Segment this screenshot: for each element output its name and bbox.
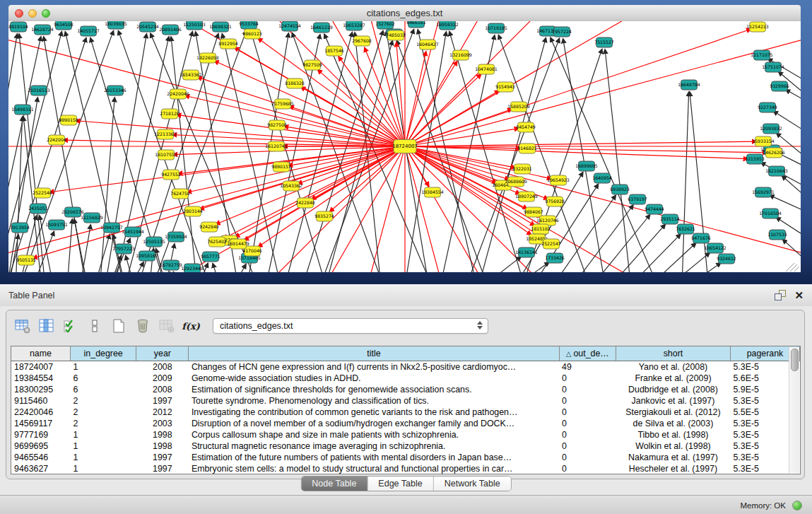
cell-short[interactable]: Nakamura et al. (1997) [616, 452, 730, 463]
cell-name[interactable]: 22420046 [11, 407, 70, 418]
cell-out_degree[interactable]: 0 [559, 452, 616, 463]
scrollbar-thumb[interactable] [791, 349, 799, 371]
delete-column-icon[interactable] [134, 317, 152, 334]
column-header-in_degree[interactable]: in_degree [70, 346, 136, 361]
cell-title[interactable]: Changes of HCN gene expression and I(f) … [189, 361, 559, 373]
table-row[interactable]: 1456911722003Disruption of a novel membe… [11, 418, 800, 429]
cell-out_degree[interactable]: 0 [559, 429, 616, 440]
cell-year[interactable]: 1998 [136, 429, 189, 440]
cell-year[interactable]: 2009 [136, 373, 189, 384]
cell-year[interactable]: 1997 [136, 463, 189, 474]
close-panel-icon[interactable]: ✕ [794, 290, 804, 300]
network-canvas[interactable]: 8819104146287249634508140557171803903520… [8, 21, 801, 272]
cell-out_degree[interactable]: 49 [559, 361, 616, 373]
cell-year[interactable]: 2008 [136, 384, 189, 395]
cell-title[interactable]: Estimation of significance thresholds fo… [189, 384, 559, 395]
tab-network-table[interactable]: Network Table [433, 477, 511, 491]
column-header-name[interactable]: name [11, 346, 70, 361]
cell-out_degree[interactable]: 0 [559, 384, 616, 395]
cell-in_degree[interactable]: 1 [70, 429, 136, 440]
column-header-title[interactable]: title [189, 346, 559, 361]
cell-out_degree[interactable]: 0 [559, 463, 616, 474]
cell-title[interactable]: Embryonic stem cells: a model to study s… [189, 463, 559, 474]
cell-name[interactable]: 9777169 [11, 429, 70, 440]
table-row[interactable]: 969969511998Structural magnetic resonanc… [11, 440, 800, 452]
table-row[interactable]: 977716911998Corpus callosum shape and si… [11, 429, 800, 440]
cell-title[interactable]: Investigating the contribution of common… [189, 407, 559, 418]
graph-node-label: 16782759 [160, 262, 182, 267]
cell-name[interactable]: 9465546 [11, 452, 70, 463]
cell-year[interactable]: 2008 [136, 361, 189, 373]
cell-short[interactable]: Hescheler et al. (1997) [616, 463, 730, 474]
cell-name[interactable]: 9699695 [11, 440, 70, 452]
cell-name[interactable]: 19384554 [11, 373, 70, 384]
cell-year[interactable]: 2003 [136, 418, 189, 429]
create-column-icon[interactable] [110, 317, 128, 334]
cell-year[interactable]: 2012 [136, 407, 189, 418]
table-row[interactable]: 2242004622012Investigating the contribut… [11, 407, 800, 418]
select-columns-icon[interactable] [61, 317, 80, 334]
cell-short[interactable]: Tibbo et al. (1998) [616, 429, 730, 440]
graph-node-label: 1815182 [531, 226, 551, 231]
cell-title[interactable]: Disruption of a novel member of a sodium… [189, 418, 559, 429]
cell-year[interactable]: 1998 [136, 440, 189, 452]
cell-title[interactable]: Genome-wide association studies in ADHD. [189, 373, 559, 384]
row-format-icon[interactable] [86, 317, 104, 334]
network-window-titlebar[interactable]: citations_edges.txt [8, 5, 801, 22]
graph-node-label: 9154943 [495, 84, 515, 89]
tab-node-table[interactable]: Node Table [301, 477, 367, 491]
function-builder-icon[interactable]: f(x) [182, 317, 200, 334]
cell-short[interactable]: Yano et al. (2008) [616, 361, 730, 373]
cell-short[interactable]: de Silva et al. (2003) [616, 418, 730, 429]
table-row[interactable]: 1830029562008Estimation of significance … [11, 384, 800, 395]
table-row[interactable]: 911546021997Tourette syndrome. Phenomeno… [11, 395, 800, 407]
cell-title[interactable]: Tourette syndrome. Phenomenology and cla… [189, 395, 559, 407]
cell-in_degree[interactable]: 1 [70, 361, 136, 373]
cell-in_degree[interactable]: 2 [70, 395, 136, 407]
table-row[interactable]: 1872400712008Changes of HCN gene express… [11, 361, 800, 373]
cell-title[interactable]: Estimation of the future numbers of pati… [189, 452, 559, 463]
table-selector[interactable]: citations_edges.txt [213, 318, 488, 334]
cell-out_degree[interactable]: 0 [559, 373, 616, 384]
table-mode-icon[interactable] [13, 317, 32, 334]
table-row[interactable]: 946362711997Embryonic stem cells: a mode… [11, 463, 800, 474]
cell-name[interactable]: 9463627 [11, 463, 70, 474]
table-tabs: Node TableEdge TableNetwork Table [300, 476, 511, 491]
cell-name[interactable]: 14569117 [11, 418, 70, 429]
cell-in_degree[interactable]: 6 [70, 373, 136, 384]
cell-in_degree[interactable]: 1 [70, 463, 136, 474]
graph-node-label: 18907249 [515, 194, 538, 199]
tab-edge-table[interactable]: Edge Table [367, 477, 433, 491]
graph-node-label: 12093832 [760, 126, 782, 131]
cell-name[interactable]: 18300295 [11, 384, 70, 395]
cell-year[interactable]: 1997 [136, 452, 189, 463]
cell-short[interactable]: Jankovic et al. (1997) [616, 395, 730, 407]
cell-in_degree[interactable]: 2 [70, 407, 136, 418]
cell-out_degree[interactable]: 0 [559, 418, 616, 429]
cell-in_degree[interactable]: 1 [70, 452, 136, 463]
show-columns-icon[interactable] [37, 317, 56, 334]
cell-short[interactable]: Dudbridge et al. (2008) [616, 384, 730, 395]
float-panel-icon[interactable] [775, 290, 786, 300]
table-vertical-scrollbar[interactable] [789, 347, 799, 473]
table-row[interactable]: 946554611997Estimation of the future num… [11, 452, 800, 463]
column-header-out_degree[interactable]: △out_de… [559, 346, 616, 361]
cell-title[interactable]: Corpus callosum shape and size in male p… [189, 429, 559, 440]
cell-in_degree[interactable]: 6 [70, 384, 136, 395]
cell-out_degree[interactable]: 0 [559, 407, 616, 418]
column-header-year[interactable]: year [136, 346, 189, 361]
cell-out_degree[interactable]: 0 [559, 395, 616, 407]
graph-node-label: 15093751 [45, 222, 68, 227]
cell-name[interactable]: 9115460 [11, 395, 70, 407]
cell-year[interactable]: 1997 [136, 395, 189, 407]
cell-out_degree[interactable]: 0 [559, 440, 616, 452]
cell-title[interactable]: Structural magnetic resonance image aver… [189, 440, 559, 452]
cell-in_degree[interactable]: 2 [70, 418, 136, 429]
cell-in_degree[interactable]: 1 [70, 440, 136, 452]
cell-name[interactable]: 18724007 [11, 361, 70, 373]
column-header-short[interactable]: short [616, 346, 730, 361]
cell-short[interactable]: Wolkin et al. (1998) [616, 440, 730, 452]
cell-short[interactable]: Stergiakouli et al. (2012) [616, 407, 730, 418]
cell-short[interactable]: Franke et al. (2009) [616, 373, 730, 384]
table-row[interactable]: 1938455462009Genome-wide association stu… [11, 373, 800, 384]
